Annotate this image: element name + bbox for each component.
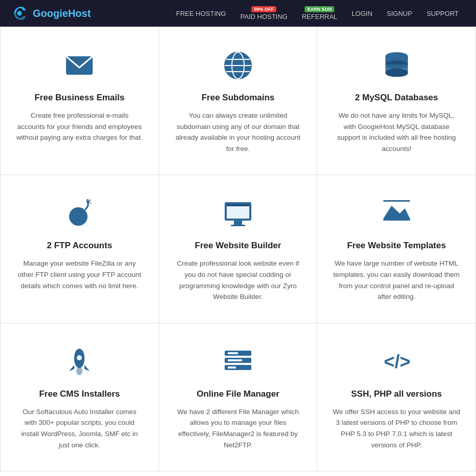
- feature-cms-desc: Our Softaculous Auto Installer comes wit…: [16, 406, 143, 450]
- svg-point-11: [86, 200, 90, 203]
- database-icon: [379, 48, 415, 83]
- support-link[interactable]: SUPPORT: [419, 10, 466, 17]
- logo[interactable]: GoogieHost: [10, 4, 91, 23]
- svg-point-0: [17, 11, 22, 16]
- referral-link[interactable]: EARN $100 REFERRAL: [295, 6, 344, 20]
- feature-filemanager-title: Online File Manager: [197, 389, 279, 399]
- svg-line-12: [86, 199, 89, 200]
- svg-marker-21: [383, 206, 410, 219]
- nav-item-free-hosting[interactable]: FREE HOSTING: [169, 10, 233, 17]
- ftp-icon: [61, 196, 97, 231]
- feature-ftp: 2 FTP Accounts Manage your website FileZ…: [1, 175, 159, 323]
- svg-rect-20: [383, 219, 410, 221]
- feature-builder-title: Free Website Builder: [195, 241, 282, 251]
- rocket-icon: [61, 344, 97, 380]
- feature-subdomains: Free Subdomains You can always create un…: [159, 27, 318, 175]
- nav-item-login[interactable]: LOGIN: [344, 10, 379, 17]
- feature-cms-title: Free CMS Installers: [39, 389, 120, 399]
- svg-rect-18: [234, 221, 242, 225]
- templates-icon: [379, 196, 415, 231]
- feature-templates: Free Website Templates We have large num…: [317, 175, 476, 323]
- paid-hosting-link[interactable]: 99% OFF PAID HOSTING: [233, 6, 295, 20]
- feature-builder-desc: Create professional look website even if…: [175, 258, 302, 302]
- feature-templates-desc: We have large number of website HTML tem…: [333, 258, 460, 302]
- referral-badge: EARN $100: [305, 6, 334, 12]
- nav-item-signup[interactable]: SIGNUP: [380, 10, 420, 17]
- filemanager-icon: [220, 344, 256, 380]
- code-icon: </>: [379, 344, 415, 380]
- paid-hosting-badge: 99% OFF: [251, 6, 276, 12]
- svg-rect-30: [228, 359, 242, 361]
- feature-ssh-desc: We offer SSH access to your website and …: [333, 406, 460, 450]
- feature-mysql-title: 2 MySQL Databases: [355, 93, 438, 103]
- svg-point-24: [77, 355, 82, 360]
- feature-ftp-title: 2 FTP Accounts: [47, 241, 113, 251]
- feature-email-title: Free Business Emails: [34, 93, 124, 103]
- feature-mysql-desc: We do not have any limits for MySQL, wit…: [333, 110, 460, 154]
- nav-item-support[interactable]: SUPPORT: [419, 10, 466, 17]
- nav-links: FREE HOSTING 99% OFF PAID HOSTING EARN $…: [169, 6, 466, 20]
- feature-cms: Free CMS Installers Our Softaculous Auto…: [1, 323, 159, 471]
- svg-rect-16: [227, 204, 249, 219]
- svg-line-13: [90, 200, 91, 201]
- feature-templates-title: Free Website Templates: [347, 241, 446, 251]
- feature-ssh: </> SSH, PHP all versions We offer SSH a…: [317, 323, 476, 471]
- nav-item-paid-hosting[interactable]: 99% OFF PAID HOSTING: [233, 6, 295, 20]
- logo-icon: [10, 4, 29, 23]
- svg-point-10: [69, 207, 88, 226]
- feature-email: Free Business Emails Create free profess…: [1, 27, 159, 175]
- feature-subdomains-title: Free Subdomains: [202, 93, 275, 103]
- svg-point-9: [385, 69, 408, 77]
- svg-rect-17: [227, 204, 249, 206]
- feature-ftp-desc: Manage your website FileZilla or any oth…: [16, 258, 143, 291]
- feature-filemanager-desc: We have 2 different File Manager which a…: [175, 406, 302, 450]
- feature-subdomains-desc: You can always create unlimited subdomai…: [175, 110, 302, 154]
- svg-rect-22: [383, 200, 410, 202]
- feature-mysql: 2 MySQL Databases We do not have any lim…: [317, 27, 476, 175]
- feature-filemanager: Online File Manager We have 2 different …: [159, 323, 318, 471]
- nav-item-referral[interactable]: EARN $100 REFERRAL: [295, 6, 344, 20]
- feature-grid: Free Business Emails Create free profess…: [0, 27, 476, 471]
- navbar: GoogieHost FREE HOSTING 99% OFF PAID HOS…: [0, 0, 476, 27]
- svg-rect-19: [231, 225, 245, 226]
- free-hosting-link[interactable]: FREE HOSTING: [169, 10, 233, 17]
- globe-icon: [220, 48, 256, 83]
- logo-text: GoogieHost: [33, 8, 91, 19]
- login-link[interactable]: LOGIN: [344, 10, 379, 17]
- svg-point-25: [76, 367, 82, 375]
- email-icon: [61, 48, 97, 83]
- svg-text:</>: </>: [384, 351, 410, 372]
- signup-link[interactable]: SIGNUP: [380, 10, 420, 17]
- feature-builder: Free Website Builder Create professional…: [159, 175, 318, 323]
- svg-rect-29: [228, 352, 238, 354]
- svg-rect-31: [228, 366, 236, 369]
- feature-ssh-title: SSH, PHP all versions: [351, 389, 442, 399]
- monitor-icon: [220, 196, 256, 231]
- feature-email-desc: Create free professional e-mails account…: [16, 110, 143, 143]
